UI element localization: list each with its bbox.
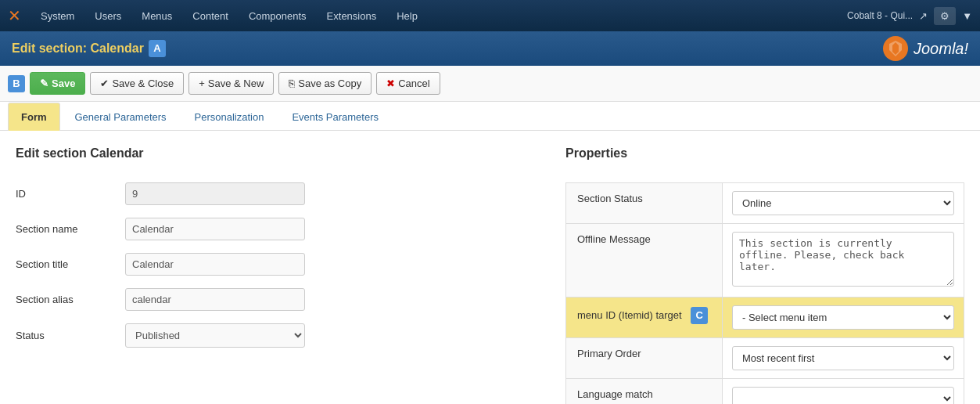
prop-value-menu-id: - Select menu item <box>723 298 964 338</box>
nav-menus[interactable]: Menus <box>132 5 181 27</box>
tab-events-parameters[interactable]: Events Parameters <box>278 103 392 131</box>
textarea-offline-message[interactable]: This section is currently offline. Pleas… <box>732 232 954 287</box>
tab-form[interactable]: Form <box>8 103 60 131</box>
tab-personalization[interactable]: Personalization <box>181 103 278 131</box>
external-link-icon: ↗ <box>919 10 928 22</box>
save-close-button[interactable]: ✔ Save & Close <box>90 72 184 95</box>
main-content: Edit section Calendar ID Section name Se… <box>0 131 980 404</box>
nav-content[interactable]: Content <box>183 5 238 27</box>
input-section-name[interactable] <box>125 218 305 240</box>
tab-general-parameters[interactable]: General Parameters <box>62 103 180 131</box>
prop-row-offline-message: Offline Message This section is currentl… <box>566 224 964 298</box>
cancel-button[interactable]: ✖ Cancel <box>376 72 440 95</box>
save-new-label: Save & New <box>208 78 264 89</box>
save-new-button[interactable]: + Save & New <box>188 72 274 95</box>
nav-users[interactable]: Users <box>85 5 131 27</box>
prop-row-section-status: Section Status Online Offline <box>566 183 964 224</box>
prop-label-language-match: Language match <box>566 379 723 405</box>
prop-value-offline-message: This section is currently offline. Pleas… <box>723 224 964 298</box>
properties-table: Section Status Online Offline Offline Me… <box>565 182 964 404</box>
tab-events-label: Events Parameters <box>292 111 379 123</box>
nav-extensions[interactable]: Extensions <box>318 5 386 27</box>
label-id: ID <box>16 188 125 200</box>
badge-a: A <box>149 40 166 57</box>
tab-personalization-label: Personalization <box>195 111 264 123</box>
save-copy-label: Save as Copy <box>298 78 361 89</box>
tab-general-label: General Parameters <box>75 111 167 123</box>
joomla-logo-text: Joomla! <box>914 40 968 58</box>
save-copy-button[interactable]: ⎘ Save as Copy <box>278 72 372 95</box>
field-id: ID <box>16 182 534 205</box>
topbar-left: ✕ System Users Menus Content Components … <box>8 5 427 27</box>
prop-label-menu-id: menu ID (Itemid) target C <box>566 298 723 338</box>
field-status: Status Published Unpublished <box>16 323 534 348</box>
prop-row-language-match: Language match <box>566 379 964 405</box>
save-icon: ✎ <box>40 78 48 89</box>
prop-label-offline-message: Offline Message <box>566 224 723 298</box>
select-menu-id[interactable]: - Select menu item <box>732 305 954 330</box>
joomla-logo-icon <box>881 34 910 63</box>
left-panel: Edit section Calendar ID Section name Se… <box>16 146 534 404</box>
save-label: Save <box>52 78 75 89</box>
input-section-alias[interactable] <box>125 288 305 311</box>
prop-value-section-status: Online Offline <box>723 183 964 224</box>
field-section-name: Section name <box>16 218 534 240</box>
settings-button[interactable]: ⚙ <box>934 7 956 25</box>
page-title: Edit section: Calendar <box>12 41 144 56</box>
right-panel: Properties Section Status Online Offline… <box>565 146 964 404</box>
select-language-match[interactable] <box>732 387 954 404</box>
prop-label-section-status: Section Status <box>566 183 723 224</box>
dropdown-arrow-icon: ▼ <box>962 10 972 22</box>
left-panel-heading: Edit section Calendar <box>16 146 534 167</box>
badge-b: B <box>8 75 25 92</box>
nav-system[interactable]: System <box>31 5 84 27</box>
select-primary-order[interactable]: Most recent first Oldest first Title A-Z… <box>732 346 954 370</box>
prop-row-menu-id: menu ID (Itemid) target C - Select menu … <box>566 298 964 338</box>
badge-c: C <box>691 307 708 324</box>
tabs: Form General Parameters Personalization … <box>0 102 980 131</box>
copy-icon: ⎘ <box>289 78 295 89</box>
cobalt-link[interactable]: Cobalt 8 - Qui... <box>847 10 913 21</box>
label-status: Status <box>16 330 125 341</box>
plus-icon: + <box>199 78 205 89</box>
label-section-title: Section title <box>16 258 125 270</box>
title-area: Edit section: Calendar A <box>12 40 166 57</box>
input-id[interactable] <box>125 182 305 205</box>
prop-row-primary-order: Primary Order Most recent first Oldest f… <box>566 338 964 379</box>
save-button[interactable]: ✎ Save <box>30 72 85 95</box>
joomla-logo: Joomla! <box>881 34 968 63</box>
titlebar: Edit section: Calendar A Joomla! <box>0 31 980 66</box>
topbar-right: Cobalt 8 - Qui... ↗ ⚙ ▼ <box>847 7 972 25</box>
joomla-icon: ✕ <box>8 6 21 25</box>
topbar: ✕ System Users Menus Content Components … <box>0 0 980 31</box>
field-section-title: Section title <box>16 253 534 276</box>
cancel-label: Cancel <box>398 78 429 89</box>
nav-help[interactable]: Help <box>387 5 427 27</box>
save-close-label: Save & Close <box>112 78 174 89</box>
prop-value-primary-order: Most recent first Oldest first Title A-Z… <box>723 338 964 379</box>
cancel-icon: ✖ <box>386 78 395 89</box>
prop-value-language-match <box>723 379 964 405</box>
check-icon: ✔ <box>100 78 109 89</box>
field-section-alias: Section alias <box>16 288 534 311</box>
label-section-name: Section name <box>16 223 125 235</box>
tab-form-label: Form <box>21 111 47 123</box>
label-section-alias: Section alias <box>16 294 125 305</box>
toolbar: B ✎ Save ✔ Save & Close + Save & New ⎘ S… <box>0 66 980 102</box>
select-section-status[interactable]: Online Offline <box>732 191 954 215</box>
nav-components[interactable]: Components <box>239 5 316 27</box>
input-section-title[interactable] <box>125 253 305 276</box>
prop-label-primary-order: Primary Order <box>566 338 723 379</box>
select-status[interactable]: Published Unpublished <box>125 323 305 348</box>
properties-heading: Properties <box>565 146 964 167</box>
top-nav: System Users Menus Content Components Ex… <box>31 5 427 27</box>
